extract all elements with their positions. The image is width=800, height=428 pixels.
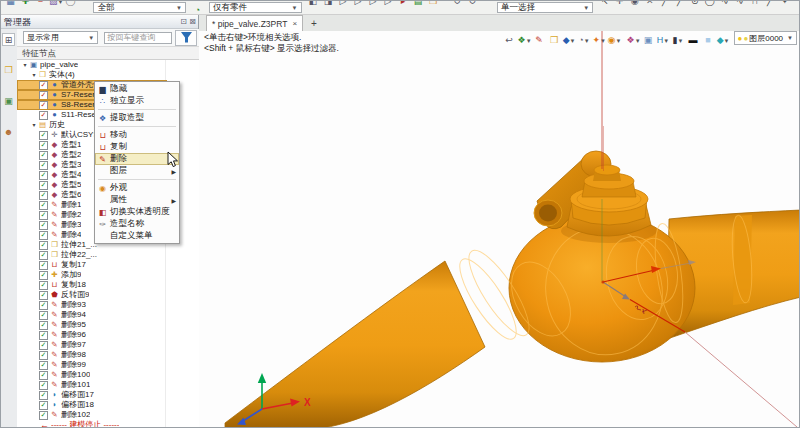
spline-icon[interactable]: ∿ (718, 0, 731, 7)
tree-row[interactable]: ▾❒实体(4) (17, 70, 199, 80)
tree-checkbox[interactable]: ✓ (39, 301, 48, 310)
manager-tab-solids[interactable]: ❒ (2, 64, 15, 77)
tree-checkbox[interactable]: ✓ (39, 171, 48, 180)
menu-item-extract-shape[interactable]: ❖提取造型 (95, 112, 179, 124)
list-icon[interactable]: ▤ (412, 0, 425, 7)
tree-row[interactable]: ✓✎删除95 (17, 320, 199, 330)
tree-checkbox[interactable]: ✓ (39, 101, 48, 110)
section-icon[interactable]: ◆▼ (717, 34, 730, 46)
display-mode-combo[interactable]: 显示常用▼ (23, 31, 98, 44)
exit-sketch-icon[interactable]: ↩ (503, 34, 516, 46)
image-frame-icon[interactable]: ▣ (642, 34, 655, 46)
flag1-icon[interactable]: ▷ (337, 0, 350, 7)
tree-row[interactable]: ✓✚添加9 (17, 270, 199, 280)
new-tab-button[interactable]: + (311, 16, 317, 31)
tree-checkbox[interactable]: ✓ (39, 321, 48, 330)
image-icon[interactable]: ▧▼ (49, 0, 62, 7)
tree-checkbox[interactable]: ✓ (39, 351, 48, 360)
add-icon[interactable]: ✚ (19, 0, 32, 7)
tree-expand-icon[interactable]: ▾ (30, 70, 38, 80)
panel-close-button[interactable]: ⊠ (189, 17, 196, 26)
tree-checkbox[interactable]: ✓ (39, 411, 48, 420)
slash-icon[interactable]: ╱ (763, 0, 776, 7)
tree-row[interactable]: ✓✎删除94 (17, 310, 199, 320)
tree-checkbox[interactable]: ✓ (39, 81, 48, 90)
undo-icon[interactable]: ↺ (451, 0, 464, 7)
tree-checkbox[interactable]: ✓ (39, 331, 48, 340)
tree-row-stop-marker[interactable]: ←------ 建模停止 ------ (17, 420, 199, 427)
tree-expand-icon[interactable]: ▾ (30, 120, 38, 130)
menu-item-appearance[interactable]: ◉外观 (95, 182, 179, 194)
multi-select-icon[interactable]: ✛ (613, 0, 626, 7)
redo-icon[interactable]: ↻ (466, 0, 479, 7)
render-ball-icon[interactable]: ◉▼ (608, 34, 621, 46)
scope-combo[interactable]: 全部▼ (93, 2, 186, 13)
tree-row[interactable]: ✓✎删除99 (17, 360, 199, 370)
flag4-icon[interactable]: ▷ (382, 0, 395, 7)
line-icon[interactable]: ╱ (658, 0, 671, 7)
remove-icon[interactable]: − (34, 0, 47, 7)
cube-icon[interactable]: ❒ (427, 0, 440, 7)
tree-checkbox[interactable]: ✓ (39, 211, 48, 220)
tree-row[interactable]: ✓◗偏移面18 (17, 400, 199, 410)
trim-icon[interactable]: ✕ (643, 0, 656, 7)
manager-tab-view[interactable]: ▣ (2, 95, 15, 108)
flag2-icon[interactable]: ▷ (352, 0, 365, 7)
tree-checkbox[interactable]: ✓ (39, 311, 48, 320)
tree-row[interactable]: ✓✎删除101 (17, 380, 199, 390)
tree-row[interactable]: ✓⊔复制18 (17, 280, 199, 290)
tree-checkbox[interactable]: ✓ (39, 241, 48, 250)
menu-item-toggle-transparency[interactable]: ◧切换实体透明度 (95, 206, 179, 218)
line2-icon[interactable]: ╱ (673, 0, 686, 7)
tree-row[interactable]: ✓✎删除102 (17, 410, 199, 420)
menu-item-isolate[interactable]: ∴独立显示 (95, 95, 179, 107)
tree-checkbox[interactable]: ✓ (39, 371, 48, 380)
surface-box-icon[interactable]: ❒ (548, 34, 561, 46)
part-filter-combo[interactable]: 仅有零件▼ (209, 2, 302, 13)
menu-item-hide[interactable]: ▆隐藏 (95, 83, 179, 95)
tab-pipe-valve[interactable]: * pipe_valve.Z3PRT × (206, 15, 303, 31)
layer-combo[interactable]: ●● 图层0000 ▼ (734, 31, 797, 45)
manager-tab-role[interactable]: ☻ (2, 126, 15, 139)
tree-row[interactable]: ✓◗偏移面17 (17, 390, 199, 400)
align-left-icon[interactable]: ◧ (307, 0, 320, 7)
tree-checkbox[interactable]: ✓ (39, 141, 48, 150)
tree-checkbox[interactable]: ✓ (39, 401, 48, 410)
tree-row[interactable]: ✓✎删除97 (17, 340, 199, 350)
tree-expand-icon[interactable]: ▾ (21, 60, 29, 70)
menu-item-customize-menu[interactable]: 自定义菜单 (95, 230, 179, 242)
spline2-icon[interactable]: ∿ (733, 0, 746, 7)
tree-checkbox[interactable]: ✓ (39, 231, 48, 240)
tree-row[interactable]: ✓❒拉伸22_... (17, 250, 199, 260)
open-file-icon[interactable]: ▦ (4, 0, 17, 7)
circle-tool-icon[interactable]: ◯ (64, 0, 77, 7)
tree-row[interactable]: ✓⊔复制17 (17, 260, 199, 270)
tab-close-icon[interactable]: × (292, 19, 297, 28)
tree-checkbox[interactable]: ✓ (39, 151, 48, 160)
tree-checkbox[interactable]: ✓ (39, 201, 48, 210)
tree-row[interactable]: ✓✎删除93 (17, 300, 199, 310)
key-icon[interactable]: ✦▼ (593, 34, 606, 46)
align-right-icon[interactable]: ◨ (322, 0, 335, 7)
circle-icon[interactable]: ◯ (703, 0, 716, 7)
tree-row[interactable]: ✓✎删除96 (17, 330, 199, 340)
panel-pin-button[interactable]: ⊡ (180, 17, 187, 26)
tree-checkbox[interactable]: ✓ (39, 381, 48, 390)
menu-item-properties[interactable]: 属性▶ (95, 194, 179, 206)
tree-checkbox[interactable]: ✓ (39, 91, 48, 100)
menu-item-move[interactable]: ⊔移动 (95, 129, 179, 141)
tree-checkbox[interactable]: ✓ (39, 391, 48, 400)
solid-cube-icon[interactable]: ◆▼ (563, 34, 576, 46)
tree-checkbox[interactable]: ✓ (39, 341, 48, 350)
tree-checkbox[interactable]: ✓ (39, 271, 48, 280)
tree-checkbox[interactable]: ✓ (39, 221, 48, 230)
black-bar-icon[interactable]: ▬ (687, 34, 700, 46)
grab-icon[interactable]: ❖▼ (518, 34, 531, 46)
tree-checkbox[interactable]: ✓ (39, 131, 48, 140)
flag3-icon[interactable]: ▷ (367, 0, 380, 7)
tree-checkbox[interactable]: ✓ (39, 161, 48, 170)
tree-row[interactable]: ✓⬟反转面9 (17, 290, 199, 300)
cursor-icon[interactable]: ↖ (598, 0, 611, 7)
search-input[interactable] (104, 32, 172, 44)
target-icon[interactable]: ◉ (628, 0, 641, 7)
